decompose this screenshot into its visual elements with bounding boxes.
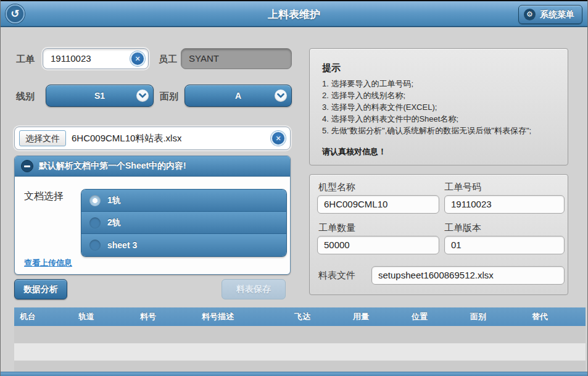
order-qty-input[interactable]: 50000 xyxy=(317,236,439,254)
sheet-panel-header-text: 默认解析文档中第一个Sheet中的内容! xyxy=(39,161,186,172)
sheet-option-label: sheet 3 xyxy=(107,240,137,250)
tips-item: 1. 选择要导入的工单号码; xyxy=(322,78,531,90)
gear-icon: ⚙ xyxy=(524,9,536,20)
order-version-input[interactable]: 01 xyxy=(444,236,565,254)
model-name-value: 6HC009CML10 xyxy=(324,199,387,209)
model-name-input[interactable]: 6HC009CML10 xyxy=(317,195,439,214)
chevron-down-icon xyxy=(275,90,287,102)
side-select[interactable]: A xyxy=(184,85,292,107)
verify-warning-text: 请认真核对信息！ xyxy=(322,146,386,157)
radio-unselected-icon xyxy=(89,240,101,251)
tips-item: 5. 先做"数据分析",确认系统解析的数据无误后做"料表保存"; xyxy=(322,125,531,136)
view-upload-info-link[interactable]: 查看上传信息 xyxy=(24,257,72,269)
material-table: 机台 轨道 料号 料号描述 飞达 用量 位置 面别 替代 xyxy=(14,307,586,372)
system-menu-button[interactable]: ⚙ 系统菜单 xyxy=(518,5,582,24)
order-version-label: 工单版本 xyxy=(444,222,481,234)
work-order-input[interactable]: 19110023 ✕ xyxy=(43,48,149,69)
radio-selected-icon xyxy=(89,195,101,206)
order-qty-label: 工单数量 xyxy=(318,222,355,234)
tips-item: 4. 选择导入的料表文件中的Sheet名称; xyxy=(322,113,531,125)
line-select[interactable]: S1 xyxy=(46,85,154,107)
order-info-box: 机型名称 工单号码 6HC009CML10 19110023 工单数量 工单版本… xyxy=(309,174,568,295)
order-number-label: 工单号码 xyxy=(444,182,481,193)
col-track: 轨道 xyxy=(73,311,135,322)
radio-unselected-icon xyxy=(89,217,101,228)
clear-file-icon[interactable]: ✕ xyxy=(271,131,286,146)
setup-sheet-file-value: setupsheet1600869512.xlsx xyxy=(378,270,494,280)
sheet-option-1[interactable]: 1轨 xyxy=(81,190,286,212)
tips-list: 1. 选择要导入的工单号码; 2. 选择导入的线别名称; 3. 选择导入的料表文… xyxy=(322,78,531,136)
system-menu-label: 系统菜单 xyxy=(540,9,574,20)
bottom-scrollbar[interactable] xyxy=(1,372,587,376)
sheet-option-3[interactable]: sheet 3 xyxy=(81,234,286,256)
col-usage: 用量 xyxy=(347,311,406,322)
table-row xyxy=(14,343,586,361)
table-header-row: 机台 轨道 料号 料号描述 飞达 用量 位置 面别 替代 xyxy=(14,307,586,326)
doc-select-label: 文档选择 xyxy=(24,190,64,203)
order-qty-value: 50000 xyxy=(324,240,350,250)
app-window: ↺ 上料表维护 ⚙ 系统菜单 工单 19110023 ✕ 员工 SYANT 线别… xyxy=(0,0,588,376)
col-feeder: 飞达 xyxy=(289,311,347,322)
work-order-label: 工单 xyxy=(16,54,35,65)
tips-item: 3. 选择导入的料表文件(EXCEL); xyxy=(322,101,531,113)
sheet-option-label: 1轨 xyxy=(107,195,121,206)
col-part-description: 料号描述 xyxy=(196,311,289,322)
col-position: 位置 xyxy=(406,311,465,322)
collapse-icon[interactable] xyxy=(21,160,33,172)
selected-filename: 6HC009CML10料站表.xlsx xyxy=(72,133,181,144)
table-row xyxy=(14,361,586,372)
setup-sheet-file-label: 料表文件 xyxy=(318,270,355,282)
clear-work-order-icon[interactable]: ✕ xyxy=(130,51,145,66)
order-number-input[interactable]: 19110023 xyxy=(444,195,565,214)
employee-label: 员工 xyxy=(159,54,177,65)
sheet-radio-group: 1轨 2轨 sheet 3 xyxy=(81,190,286,256)
side-label: 面别 xyxy=(160,91,178,102)
sheet-option-label: 2轨 xyxy=(107,217,121,228)
model-name-label: 机型名称 xyxy=(318,182,355,193)
tips-item: 2. 选择导入的线别名称; xyxy=(322,90,531,101)
employee-value: SYANT xyxy=(189,53,219,64)
col-machine: 机台 xyxy=(14,311,73,322)
col-substitute: 替代 xyxy=(526,311,586,322)
col-side: 面别 xyxy=(465,311,526,322)
tips-box: 提示 1. 选择要导入的工单号码; 2. 选择导入的线别名称; 3. 选择导入的… xyxy=(309,48,568,165)
sheet-selection-panel: 默认解析文档中第一个Sheet中的内容! 文档选择 1轨 2轨 sheet 3 … xyxy=(14,156,291,275)
work-order-value: 19110023 xyxy=(51,53,91,64)
col-part-number: 料号 xyxy=(135,311,196,322)
page-title: 上料表维护 xyxy=(1,1,587,28)
line-select-value: S1 xyxy=(94,91,105,101)
side-select-value: A xyxy=(235,91,241,101)
sheet-option-2[interactable]: 2轨 xyxy=(81,212,286,234)
order-number-value: 19110023 xyxy=(451,199,492,209)
save-table-button[interactable]: 料表保存 xyxy=(222,279,286,299)
header-bar: ↺ 上料表维护 ⚙ 系统菜单 xyxy=(1,0,587,27)
tips-title: 提示 xyxy=(322,62,341,74)
file-picker-bar: 选择文件 6HC009CML10料站表.xlsx ✕ xyxy=(14,127,291,150)
setup-sheet-file-input[interactable]: setupsheet1600869512.xlsx xyxy=(371,266,565,285)
employee-input: SYANT xyxy=(181,48,292,69)
choose-file-button[interactable]: 选择文件 xyxy=(19,130,66,146)
order-version-value: 01 xyxy=(451,240,462,250)
chevron-down-icon xyxy=(136,90,149,102)
data-analyze-button[interactable]: 数据分析 xyxy=(14,279,67,299)
table-row xyxy=(14,326,586,343)
sheet-panel-header: 默认解析文档中第一个Sheet中的内容! xyxy=(15,156,290,177)
line-label: 线别 xyxy=(16,91,35,102)
